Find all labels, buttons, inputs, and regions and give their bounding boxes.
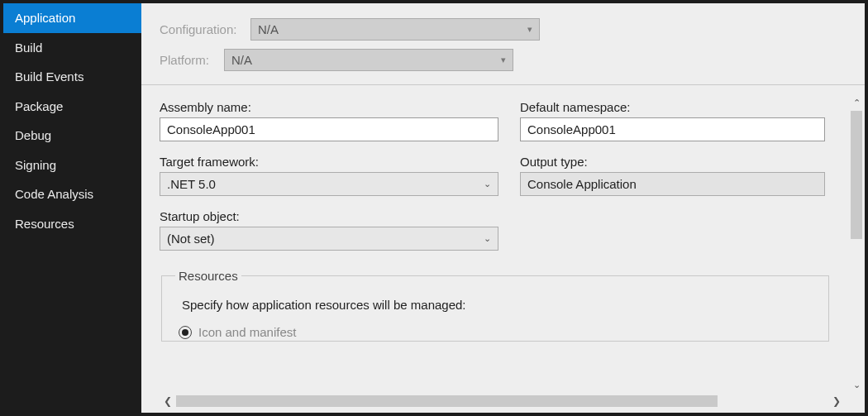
sidebar-item-application[interactable]: Application [3,3,141,33]
horizontal-scrollbar[interactable]: ❮ ❯ [160,393,845,409]
resources-legend: Resources [175,269,241,283]
configuration-label: Configuration: [160,22,250,36]
sidebar-item-signing[interactable]: Signing [3,151,141,180]
resources-description: Specify how application resources will b… [182,298,815,312]
target-framework-label: Target framework: [160,155,498,169]
output-type-label: Output type: [520,155,825,169]
scroll-up-icon[interactable]: ⌃ [848,94,865,111]
form-body: Assembly name: Default namespace: Target… [141,85,865,413]
assembly-name-label: Assembly name: [160,100,498,114]
resources-group: Resources Specify how application resour… [161,269,829,342]
platform-value: N/A [231,53,252,67]
assembly-name-input[interactable] [160,117,498,141]
default-namespace-input[interactable] [520,117,825,141]
scroll-track[interactable] [176,393,828,409]
scroll-track[interactable] [848,111,865,376]
output-type-select[interactable]: Console Application [520,172,825,196]
sidebar-item-build-events[interactable]: Build Events [3,62,141,92]
startup-object-value: (Not set) [167,232,215,246]
sidebar-item-label: Resources [15,217,74,231]
config-bar: Configuration: N/A ▾ Platform: N/A ▾ [141,3,865,81]
scroll-right-icon[interactable]: ❯ [828,393,845,409]
sidebar-item-label: Build [15,41,42,55]
sidebar-item-resources[interactable]: Resources [3,209,141,239]
radio-icon-and-manifest[interactable]: Icon and manifest [179,325,815,339]
radio-label: Icon and manifest [198,325,296,339]
target-framework-select[interactable]: .NET 5.0 ⌄ [160,172,498,196]
platform-label: Platform: [160,53,224,67]
default-namespace-label: Default namespace: [520,100,825,114]
sidebar-item-build[interactable]: Build [3,33,141,63]
sidebar-item-label: Build Events [15,69,83,84]
sidebar-item-label: Debug [15,128,51,142]
sidebar-item-debug[interactable]: Debug [3,121,141,151]
vertical-scrollbar[interactable]: ⌃ ⌄ [848,94,865,393]
sidebar-item-label: Application [15,11,75,25]
configuration-select: N/A ▾ [250,18,540,41]
sidebar-item-package[interactable]: Package [3,92,141,122]
sidebar-item-label: Signing [15,158,56,172]
configuration-value: N/A [258,22,279,36]
chevron-down-icon: ▾ [501,55,506,65]
sidebar: Application Build Build Events Package D… [3,3,141,413]
chevron-down-icon: ⌄ [484,179,491,189]
chevron-down-icon: ⌄ [484,233,491,244]
main-panel: Configuration: N/A ▾ Platform: N/A ▾ Ass… [141,3,865,413]
target-framework-value: .NET 5.0 [167,177,216,191]
chevron-down-icon: ▾ [527,24,532,35]
platform-select: N/A ▾ [224,49,513,71]
startup-object-select[interactable]: (Not set) ⌄ [160,227,498,251]
scroll-thumb[interactable] [851,111,862,239]
radio-icon [179,326,192,339]
sidebar-item-label: Package [15,99,63,113]
sidebar-item-label: Code Analysis [15,187,93,201]
sidebar-item-code-analysis[interactable]: Code Analysis [3,179,141,209]
scroll-down-icon[interactable]: ⌄ [848,376,865,393]
project-properties-window: Application Build Build Events Package D… [0,0,868,416]
output-type-value: Console Application [527,177,637,191]
scroll-thumb[interactable] [176,395,718,407]
startup-object-label: Startup object: [160,209,498,223]
scroll-left-icon[interactable]: ❮ [160,393,176,409]
